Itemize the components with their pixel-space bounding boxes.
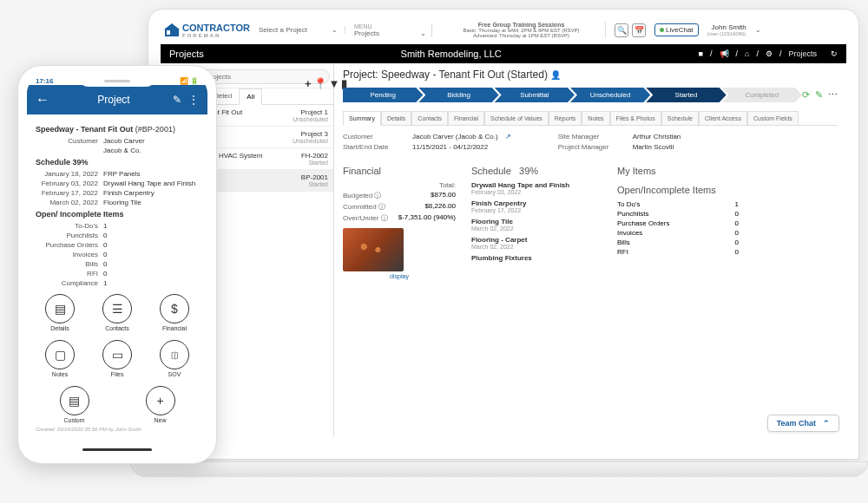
add-icon[interactable]: +: [305, 77, 312, 90]
pin-icon[interactable]: 📍: [313, 77, 327, 90]
project-title: Project: Speedway - Tenant Fit Out (Star…: [343, 69, 838, 81]
user-menu[interactable]: John Smith User (10316086): [707, 23, 746, 36]
menu-dropdown[interactable]: MENU Projects⌄: [354, 23, 432, 37]
signal-icons: 📶 🔋: [180, 77, 199, 85]
home-icon[interactable]: ⌂: [745, 49, 749, 58]
phone-body: Speedway - Tenant Fit Out (#BP-2001) Cus…: [27, 114, 207, 445]
phone-frame: 17:16 📶 🔋 ← Project ✎ ⋮ Speedway - Tenan…: [17, 65, 217, 464]
title-bar: Projects Smith Remodeling, LLC ■ / 📢 / ⌂…: [161, 44, 846, 63]
phone-notch: [78, 75, 156, 87]
financial-section: Financial Total: Budgeted ⓘ$875.00 Commi…: [343, 166, 456, 279]
link-icon[interactable]: ↗: [505, 133, 511, 140]
training-sessions[interactable]: Free Group Training Sessions Basic: Thur…: [441, 22, 606, 38]
titlebar-icons: ■ / 📢 / ⌂ / ⚙ / Projects ↻: [699, 49, 838, 58]
edit-icon[interactable]: ✎: [173, 94, 181, 106]
main-content: + 📍 ▼ ▮ Open Completed All PALACE - Tena…: [161, 63, 846, 437]
subtab-custom[interactable]: Custom Fields: [747, 111, 799, 125]
svg-rect-2: [167, 30, 170, 35]
header-icons: 🔍 📅: [615, 23, 646, 37]
laptop-frame: CONTRACTORFOREMAN Select a Project⌄ MENU…: [148, 9, 859, 460]
stage-actions: ⟳ ✎ ⋯: [802, 89, 838, 101]
subtab-client[interactable]: Client Access: [699, 111, 747, 125]
stage-completed[interactable]: Completed: [722, 88, 802, 102]
action-contacts[interactable]: ☰Contacts: [98, 294, 136, 331]
phone-title: Project: [55, 94, 173, 106]
subtab-reports[interactable]: Reports: [549, 111, 582, 125]
gear-icon[interactable]: ⚙: [766, 49, 773, 58]
action-new[interactable]: +New: [141, 386, 180, 423]
home-indicator[interactable]: [82, 448, 152, 451]
bullhorn-icon[interactable]: 📢: [720, 49, 729, 58]
stage-progress: Pending Bidding Submittal Unscheduled St…: [343, 88, 838, 102]
action-files[interactable]: ▭Files: [98, 340, 136, 377]
action-notes[interactable]: ▢Notes: [41, 340, 79, 377]
stage-pending[interactable]: Pending: [343, 88, 423, 102]
tab-all[interactable]: All: [239, 88, 262, 105]
search-icon[interactable]: 🔍: [615, 23, 628, 37]
subtab-schedule[interactable]: Schedule: [661, 111, 699, 125]
chevron-down-icon[interactable]: ⌄: [755, 26, 761, 34]
subtab-summary[interactable]: Summary: [343, 111, 381, 126]
livechat-button[interactable]: LiveChat: [654, 23, 699, 36]
stage-started[interactable]: Started: [646, 88, 726, 102]
laptop-base: [130, 461, 868, 477]
schedule-section: Schedule 39% Drywall Hang Tape and Finis…: [471, 166, 602, 279]
display-link[interactable]: display: [343, 273, 456, 279]
refresh-icon[interactable]: ↻: [831, 49, 838, 58]
select-project-dropdown[interactable]: Select a Project⌄: [259, 26, 345, 34]
photo-thumbnail[interactable]: [343, 228, 404, 271]
svg-marker-1: [164, 23, 180, 29]
video-icon[interactable]: ■: [699, 49, 703, 58]
stage-unscheduled[interactable]: Unscheduled: [570, 88, 650, 102]
phone-actions: ▤Details ☰Contacts $Financial ▢Notes ▭Fi…: [36, 294, 199, 423]
breadcrumb: Projects: [788, 49, 817, 58]
calendar-icon[interactable]: 📅: [632, 23, 646, 37]
summary-info: CustomerJacob Carver (Jacob & Co.) ↗ Sta…: [343, 133, 838, 154]
company-name: Smith Remodeling, LLC: [204, 49, 699, 59]
more-icon[interactable]: ⋮: [188, 94, 199, 106]
back-icon[interactable]: ←: [36, 92, 49, 108]
summary-sections: Financial Total: Budgeted ⓘ$875.00 Commi…: [343, 166, 838, 279]
action-custom[interactable]: ▤Custom: [56, 386, 94, 423]
subtab-files[interactable]: Files & Photos: [610, 111, 661, 125]
action-details[interactable]: ▤Details: [41, 294, 79, 331]
phone-project-name: Speedway - Tenant Fit Out (#BP-2001): [36, 125, 199, 134]
action-financial[interactable]: $Financial: [155, 294, 194, 331]
created-stamp: Created: 03/14/2020 05:56 PM by John Smi…: [36, 427, 199, 432]
myitems-section: My Items Open/Incomplete Items To Do's1 …: [617, 166, 739, 279]
app-header: CONTRACTORFOREMAN Select a Project⌄ MENU…: [161, 20, 846, 44]
phone-header: ← Project ✎ ⋮: [27, 85, 207, 114]
stage-submittal[interactable]: Submittal: [495, 88, 575, 102]
subtab-contacts[interactable]: Contacts: [411, 111, 448, 125]
detail-tabs: Summary Details Contacts Financial Sched…: [343, 111, 838, 126]
action-sov[interactable]: ⎅SOV: [155, 340, 194, 377]
page-title: Projects: [169, 49, 204, 59]
subtab-sov[interactable]: Schedule of Values: [484, 111, 549, 125]
subtab-notes[interactable]: Notes: [582, 111, 609, 125]
team-chat-button[interactable]: Team Chat⌃: [767, 415, 839, 432]
user-icon[interactable]: 👤: [550, 70, 561, 80]
chevron-up-icon: ⌃: [823, 419, 830, 428]
more-icon[interactable]: ⋯: [828, 89, 838, 101]
project-detail-pane: Project: Speedway - Tenant Fit Out (Star…: [334, 63, 846, 437]
phone-screen: 17:16 📶 🔋 ← Project ✎ ⋮ Speedway - Tenan…: [27, 75, 207, 454]
stage-bidding[interactable]: Bidding: [418, 88, 498, 102]
brand-logo[interactable]: CONTRACTORFOREMAN: [164, 23, 250, 38]
edit-icon[interactable]: ✎: [815, 89, 823, 101]
subtab-details[interactable]: Details: [381, 111, 411, 125]
refresh-icon[interactable]: ⟳: [802, 89, 810, 101]
subtab-financial[interactable]: Financial: [448, 111, 484, 125]
